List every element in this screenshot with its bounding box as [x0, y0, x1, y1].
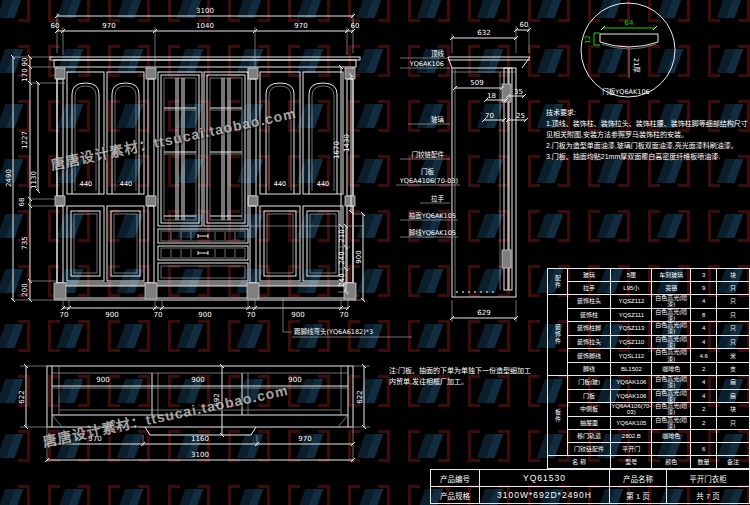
table-cell: 白色高光(喷漆)	[652, 416, 691, 430]
table-cell: 8	[690, 308, 716, 322]
table-cell: YQSZ113	[611, 322, 652, 336]
table-cell: 6	[690, 443, 716, 456]
dim-label: 900	[105, 311, 118, 319]
dim-label: 629	[477, 309, 490, 317]
dim-label: 70	[340, 311, 349, 319]
table-cell: YQ6AK106	[611, 389, 652, 403]
drawers	[158, 229, 248, 281]
annotation-label: YQ6A4106(70-03)	[399, 177, 458, 185]
upper-doors	[67, 72, 343, 194]
table-cell: 白色高光(喷漆)	[652, 335, 691, 349]
table-cell: 块	[717, 269, 750, 282]
dim-label: 440	[317, 180, 329, 188]
dim-label: 2490	[5, 169, 13, 187]
parts-table: 配件玻璃5厘车刻玻璃3块拉手L95小亮铬9只装饰件装饰柱头YQSZ112白色高光…	[547, 268, 750, 469]
dim-label: 70	[109, 420, 117, 428]
section-annotations: 顶线 YQ6AK106 玻璃 门铰链配件 门板 YQ6A4106(70-03) …	[396, 49, 460, 237]
notes-title: 技术要求:	[546, 107, 749, 118]
table-cell: 装饰柱	[567, 308, 610, 322]
table-cell: 只	[717, 282, 750, 295]
table-cell: 装饰柱脚	[567, 322, 610, 336]
table-cell: 白色高光(喷漆)	[652, 308, 691, 322]
table-cell: 2	[690, 403, 716, 417]
table-cell	[717, 430, 750, 443]
notes-line: 1.顶线、装饰柱、装饰拉头、装饰柱腰、装饰柱脚等细部结构尺寸见相关附图,安装方法…	[546, 118, 749, 140]
table-cell: 白色高光(喷漆)	[652, 322, 691, 336]
table-cell: 只	[717, 416, 750, 430]
page-total: 共 7 页	[667, 487, 750, 504]
table-cell: 米	[717, 349, 750, 363]
dim-label: 70	[247, 311, 256, 319]
annotation-label: 玻璃	[431, 115, 445, 124]
table-cell: 门板(玻)	[567, 375, 610, 389]
table-cell	[717, 443, 750, 456]
table-cell: 白色高光(喷漆)	[652, 389, 691, 403]
product-name: 平开门衣柜	[667, 470, 750, 487]
dim-label: 68	[18, 198, 26, 207]
dim-label: 632	[477, 29, 490, 37]
dim-label: 970	[102, 22, 115, 30]
table-cell: YQSZ112	[611, 295, 652, 309]
table-cell: 平开门	[611, 443, 652, 456]
dim-label: 1160	[191, 435, 209, 443]
annotation-label: 脚线YQ6AK105	[409, 228, 456, 237]
table-cell: YQSZ110	[611, 335, 652, 349]
annotation-label: YQ6AK106	[409, 60, 444, 68]
table-cell: 脚线	[567, 362, 610, 375]
dim-label: 240	[338, 251, 346, 264]
dim-label: 35	[514, 88, 523, 96]
dim-label: 900	[291, 311, 304, 319]
dim-label: 440	[120, 180, 132, 188]
annotation-label: 拉手	[431, 194, 445, 203]
dim-label: 1040	[196, 22, 214, 30]
annotation-label: 抽面YQ6AK105	[409, 211, 456, 220]
table-cell: L95小	[611, 282, 652, 295]
table-cell: 只	[717, 308, 750, 322]
table-header: 备注	[717, 456, 750, 469]
table-cell: 块	[717, 403, 750, 417]
table-header: 型号	[611, 456, 652, 469]
dim-label: 64	[625, 19, 634, 27]
dim-label: 70	[485, 112, 494, 120]
table-cell: 中侧板	[567, 403, 610, 417]
table-cell: 拉手	[567, 282, 610, 295]
dim-label: 900	[198, 311, 211, 319]
table-cell	[690, 430, 716, 443]
table-cell: 亮铬	[652, 282, 691, 295]
product-code: YQ61530	[480, 470, 610, 487]
dim-label: 440	[274, 180, 286, 188]
dim-label: 440	[80, 180, 92, 188]
table-cell: 4	[690, 322, 716, 336]
dim-label: 1130	[30, 171, 38, 189]
dim-label: 1430	[343, 134, 351, 152]
annotation-label: 门板	[421, 167, 435, 176]
table-group-label: 板件	[548, 375, 568, 455]
table-cell: 3	[690, 269, 716, 282]
dim-label: 3100	[191, 451, 209, 459]
technical-notes: 技术要求: 1.顶线、装饰柱、装饰拉头、装饰柱腰、装饰柱脚等细部结构尺寸见相关附…	[546, 107, 749, 162]
table-cell: 装饰拉头	[567, 335, 610, 349]
plan-view: 900 900 900 622 622 692 70 970 1160 970 …	[18, 366, 370, 462]
table-cell: 9	[690, 282, 716, 295]
table-cell: 扇	[717, 389, 750, 403]
table-cell: 扇	[717, 375, 750, 389]
table-cell: YQ6A4106(70-03)	[611, 403, 652, 417]
dim-label: 509	[470, 79, 483, 87]
table-cell: 2	[690, 416, 716, 430]
dim-label: 170	[21, 68, 29, 81]
dim-label: 1227	[21, 131, 29, 149]
table-cell: 白色高光(喷漆)	[652, 349, 691, 363]
table-cell: 只	[717, 335, 750, 349]
table-cell: 只	[717, 322, 750, 336]
dim-label: 60	[520, 21, 529, 29]
section-view: 632 60 509 18 35 70 25 629	[448, 21, 530, 322]
table-header: 颜色	[652, 456, 691, 469]
dim-label: 70	[60, 311, 69, 319]
titleblock-label: 产品编号	[431, 470, 480, 487]
table-cell: 5厘	[611, 269, 652, 282]
dim-label: 3100	[196, 7, 214, 15]
table-cell: YQ6AK105	[611, 416, 652, 430]
dim-label: 1670	[333, 141, 341, 159]
dim-label: 735	[21, 236, 29, 249]
table-cell: BL1502	[611, 362, 652, 375]
